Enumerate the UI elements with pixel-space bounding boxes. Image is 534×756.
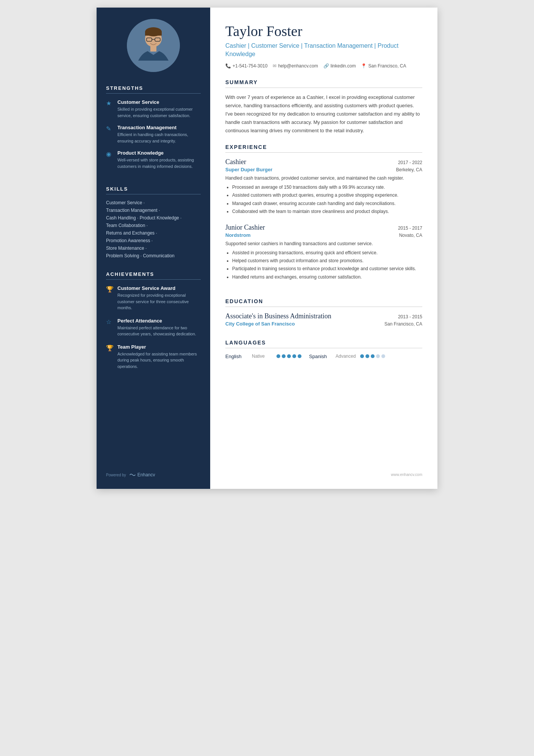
- strength-content-2: Transaction Management Efficient in hand…: [117, 125, 201, 144]
- edu-subheader-1: City College of San Francisco San Franci…: [225, 321, 422, 327]
- email-address: help@enhancv.com: [278, 63, 318, 69]
- achievement-desc-2: Maintained perfect attendance for two co…: [117, 325, 201, 337]
- achievement-title-1: Customer Service Award: [117, 285, 201, 291]
- dot-e-1: [276, 354, 280, 358]
- profile-photo: [127, 19, 180, 72]
- achievement-title-3: Team Player: [117, 344, 201, 350]
- powered-by-label: Powered by: [106, 473, 126, 477]
- exp-title-2: Junior Cashier: [225, 224, 265, 232]
- achievement-content-1: Customer Service Award Recognized for pr…: [117, 285, 201, 311]
- exp-date-1: 2017 - 2022: [398, 160, 422, 165]
- exp-company-1: Super Duper Burger: [225, 167, 272, 172]
- languages-row: English Native Spanish Advanced: [225, 354, 422, 359]
- lang-dots-english: [276, 354, 301, 358]
- pen-icon: ✎: [106, 125, 114, 132]
- exp-bullets-1: Processed an average of 150 transactions…: [225, 184, 422, 215]
- exp-subheader-1: Super Duper Burger Berkeley, CA: [225, 167, 422, 172]
- target-icon: ◉: [106, 150, 114, 158]
- trophy-icon-1: 🏆: [106, 286, 114, 293]
- main-footer: www.enhancv.com: [225, 463, 422, 477]
- summary-title: SUMMARY: [225, 79, 422, 88]
- dot-e-4: [292, 354, 296, 358]
- languages-section: LANGUAGES English Native Spanis: [225, 340, 422, 359]
- phone-contact: 📞 +1-541-754-3010: [225, 63, 267, 69]
- skill-7: Store Maintenance ·: [106, 246, 201, 251]
- achievements-title: ACHIEVEMENTS: [106, 271, 201, 280]
- dot-s-5: [381, 354, 385, 358]
- email-icon: ✉: [273, 63, 276, 69]
- dot-s-3: [371, 354, 375, 358]
- location-contact: 📍 San Francisco, CA: [361, 63, 406, 69]
- exp-location-2: Novato, CA: [399, 233, 422, 238]
- bullet-1-3: Managed cash drawer, ensuring accurate c…: [232, 200, 422, 207]
- edu-item-1: Associate's in Business Administration 2…: [225, 312, 422, 327]
- summary-section: SUMMARY With over 7 years of experience …: [225, 79, 422, 135]
- languages-title: LANGUAGES: [225, 340, 422, 348]
- skill-5: Returns and Exchanges ·: [106, 230, 201, 236]
- location-icon: 📍: [361, 63, 367, 69]
- phone-icon: 📞: [225, 63, 231, 69]
- enhancv-logo: Enhancv: [129, 472, 155, 477]
- star-outline-icon: ☆: [106, 318, 114, 326]
- candidate-name: Taylor Foster: [225, 23, 422, 39]
- contact-row: 📞 +1-541-754-3010 ✉ help@enhancv.com 🔗 l…: [225, 63, 422, 69]
- lang-dots-spanish: [360, 354, 385, 358]
- bullet-2-1: Assisted in processing transactions, ens…: [232, 249, 422, 257]
- strength-item-2: ✎ Transaction Management Efficient in ha…: [106, 125, 201, 144]
- achievement-item-2: ☆ Perfect Attendance Maintained perfect …: [106, 318, 201, 337]
- main-content: Taylor Foster Cashier | Customer Service…: [210, 8, 437, 489]
- exp-subheader-2: Nordstrom Novato, CA: [225, 232, 422, 238]
- experience-title: EXPERIENCE: [225, 144, 422, 153]
- skill-6: Promotion Awareness ·: [106, 238, 201, 243]
- dot-s-4: [376, 354, 380, 358]
- achievement-desc-1: Recognized for providing exceptional cus…: [117, 292, 201, 311]
- strengths-section: STRENGTHS ★ Customer Service Skilled in …: [106, 85, 201, 175]
- bullet-1-1: Processed an average of 150 transactions…: [232, 184, 422, 191]
- skill-2: Transaction Management ·: [106, 208, 201, 213]
- linkedin-url: linkedin.com: [331, 63, 356, 69]
- exp-company-2: Nordstrom: [225, 232, 250, 238]
- skills-title: SKILLS: [106, 186, 201, 194]
- summary-text: With over 7 years of experience as a Cas…: [225, 93, 422, 135]
- skill-4: Team Collaboration ·: [106, 223, 201, 228]
- strength-title-2: Transaction Management: [117, 125, 201, 130]
- education-title: EDUCATION: [225, 298, 422, 307]
- bullet-2-4: Handled returns and exchanges, ensuring …: [232, 274, 422, 281]
- resume-container: STRENGTHS ★ Customer Service Skilled in …: [97, 8, 437, 489]
- bullet-2-2: Helped customers with product informatio…: [232, 257, 422, 265]
- lang-name-english: English: [225, 354, 248, 359]
- skill-1: Customer Service ·: [106, 200, 201, 205]
- achievement-desc-3: Acknowledged for assisting team members …: [117, 351, 201, 370]
- experience-section: EXPERIENCE Cashier 2017 - 2022 Super Dup…: [225, 144, 422, 289]
- exp-header-1: Cashier 2017 - 2022: [225, 158, 422, 166]
- strength-title-3: Product Knowledge: [117, 150, 201, 156]
- lang-spanish: Spanish Advanced: [309, 354, 385, 359]
- strength-item-3: ◉ Product Knowledge Well-versed with sto…: [106, 150, 201, 169]
- exp-location-1: Berkeley, CA: [396, 167, 422, 172]
- sidebar: STRENGTHS ★ Customer Service Skilled in …: [97, 8, 210, 489]
- exp-header-2: Junior Cashier 2015 - 2017: [225, 224, 422, 232]
- star-icon: ★: [106, 100, 114, 107]
- lang-name-spanish: Spanish: [309, 354, 332, 359]
- strengths-title: STRENGTHS: [106, 85, 201, 94]
- experience-item-2: Junior Cashier 2015 - 2017 Nordstrom Nov…: [225, 224, 422, 281]
- trophy-icon-2: 🏆: [106, 344, 114, 352]
- edu-degree-1: Associate's in Business Administration: [225, 312, 331, 320]
- exp-summary-2: Supported senior cashiers in handling tr…: [225, 240, 422, 247]
- skills-section: SKILLS Customer Service · Transaction Ma…: [106, 186, 201, 261]
- strength-desc-2: Efficient in handling cash transactions,…: [117, 131, 201, 144]
- bullet-2-3: Participated in training sessions to enh…: [232, 265, 422, 272]
- education-section: EDUCATION Associate's in Business Admini…: [225, 298, 422, 330]
- strength-content-3: Product Knowledge Well-versed with store…: [117, 150, 201, 169]
- achievement-title-2: Perfect Attendance: [117, 318, 201, 324]
- experience-item-1: Cashier 2017 - 2022 Super Duper Burger B…: [225, 158, 422, 215]
- svg-rect-7: [150, 46, 156, 52]
- email-contact: ✉ help@enhancv.com: [273, 63, 318, 69]
- achievement-item-1: 🏆 Customer Service Award Recognized for …: [106, 285, 201, 311]
- dot-e-5: [298, 354, 301, 358]
- strength-desc-1: Skilled in providing exceptional custome…: [117, 106, 201, 119]
- enhancv-text: Enhancv: [137, 472, 155, 477]
- strength-item-1: ★ Customer Service Skilled in providing …: [106, 99, 201, 119]
- link-icon: 🔗: [323, 63, 329, 69]
- achievement-content-2: Perfect Attendance Maintained perfect at…: [117, 318, 201, 337]
